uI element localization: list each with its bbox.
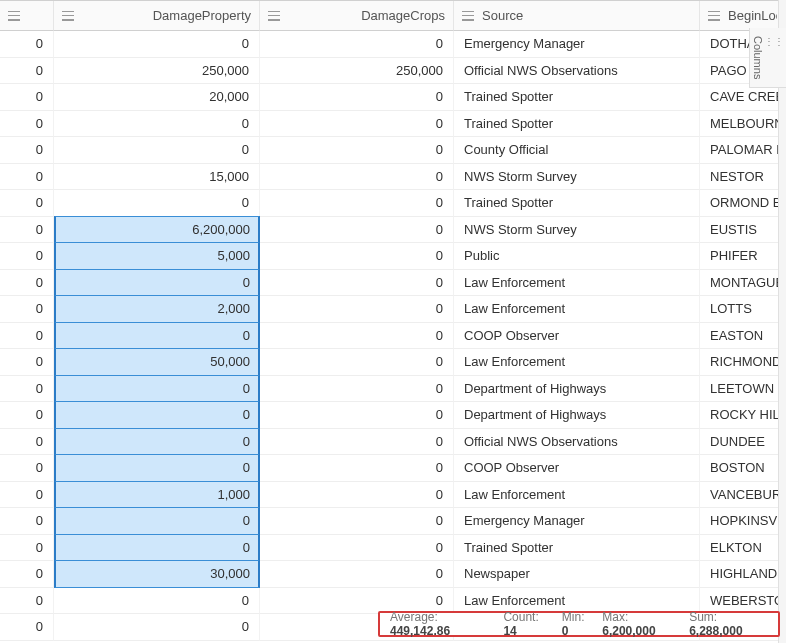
cell-rows-5-src[interactable]: NWS Storm Survey — [454, 164, 700, 191]
column-header-damageCrops[interactable]: DamageCrops — [260, 1, 454, 31]
cell-rows-6-dc[interactable]: 0 — [260, 190, 454, 217]
cell-rows-8-src[interactable]: Public — [454, 243, 700, 270]
cell-rows-4-src[interactable]: County Official — [454, 137, 700, 164]
cell-rows-8-dp[interactable]: 5,000 — [54, 242, 260, 270]
cell-rows-19-dp[interactable]: 0 — [54, 534, 260, 562]
cell-rows-10-dp[interactable]: 2,000 — [54, 295, 260, 323]
cell-rows-8-c0[interactable]: 0 — [0, 243, 54, 270]
cell-rows-6-loc[interactable]: ORMOND BEACH — [700, 190, 786, 217]
cell-rows-13-dc[interactable]: 0 — [260, 376, 454, 403]
cell-rows-3-loc[interactable]: MELBOURNE BEACH — [700, 111, 786, 138]
cell-rows-12-src[interactable]: Law Enforcement — [454, 349, 700, 376]
cell-rows-12-loc[interactable]: RICHMOND — [700, 349, 786, 376]
cell-rows-15-dp[interactable]: 0 — [54, 428, 260, 456]
cell-rows-14-c0[interactable]: 0 — [0, 402, 54, 429]
cell-rows-19-dc[interactable]: 0 — [260, 535, 454, 562]
cell-rows-20-dp[interactable]: 30,000 — [54, 560, 260, 588]
cell-rows-4-loc[interactable]: PALOMAR MTN — [700, 137, 786, 164]
cell-rows-11-dp[interactable]: 0 — [54, 322, 260, 350]
column-menu-icon[interactable] — [8, 11, 20, 21]
cell-rows-21-c0[interactable]: 0 — [0, 588, 54, 615]
cell-rows-16-loc[interactable]: BOSTON — [700, 455, 786, 482]
cell-rows-1-dp[interactable]: 250,000 — [54, 58, 260, 85]
cell-rows-6-src[interactable]: Trained Spotter — [454, 190, 700, 217]
cell-rows-5-dp[interactable]: 15,000 — [54, 164, 260, 191]
cell-rows-13-src[interactable]: Department of Highways — [454, 376, 700, 403]
cell-rows-12-dc[interactable]: 0 — [260, 349, 454, 376]
cell-rows-0-dp[interactable]: 0 — [54, 31, 260, 58]
cell-rows-14-src[interactable]: Department of Highways — [454, 402, 700, 429]
cell-rows-19-src[interactable]: Trained Spotter — [454, 535, 700, 562]
cell-rows-16-dp[interactable]: 0 — [54, 454, 260, 482]
cell-rows-17-c0[interactable]: 0 — [0, 482, 54, 509]
cell-rows-5-c0[interactable]: 0 — [0, 164, 54, 191]
cell-rows-19-c0[interactable]: 0 — [0, 535, 54, 562]
cell-rows-9-src[interactable]: Law Enforcement — [454, 270, 700, 297]
cell-rows-8-dc[interactable]: 0 — [260, 243, 454, 270]
cell-rows-17-dp[interactable]: 1,000 — [54, 481, 260, 509]
cell-rows-22-c0[interactable]: 0 — [0, 614, 54, 641]
cell-rows-8-loc[interactable]: PHIFER — [700, 243, 786, 270]
cell-rows-11-loc[interactable]: EASTON — [700, 323, 786, 350]
cell-rows-15-src[interactable]: Official NWS Observations — [454, 429, 700, 456]
cell-rows-20-loc[interactable]: HIGHLANDS — [700, 561, 786, 588]
cell-rows-12-dp[interactable]: 50,000 — [54, 348, 260, 376]
cell-rows-6-c0[interactable]: 0 — [0, 190, 54, 217]
cell-rows-7-c0[interactable]: 0 — [0, 217, 54, 244]
cell-rows-17-loc[interactable]: VANCEBURG — [700, 482, 786, 509]
cell-rows-2-c0[interactable]: 0 — [0, 84, 54, 111]
cell-rows-7-dp[interactable]: 6,200,000 — [54, 216, 260, 244]
cell-rows-3-src[interactable]: Trained Spotter — [454, 111, 700, 138]
cell-rows-13-c0[interactable]: 0 — [0, 376, 54, 403]
cell-rows-7-dc[interactable]: 0 — [260, 217, 454, 244]
cell-rows-20-src[interactable]: Newspaper — [454, 561, 700, 588]
cell-rows-5-loc[interactable]: NESTOR — [700, 164, 786, 191]
cell-rows-11-c0[interactable]: 0 — [0, 323, 54, 350]
cell-rows-3-c0[interactable]: 0 — [0, 111, 54, 138]
cell-rows-13-dp[interactable]: 0 — [54, 375, 260, 403]
cell-rows-16-c0[interactable]: 0 — [0, 455, 54, 482]
cell-rows-3-dc[interactable]: 0 — [260, 111, 454, 138]
cell-rows-11-src[interactable]: COOP Observer — [454, 323, 700, 350]
cell-rows-2-src[interactable]: Trained Spotter — [454, 84, 700, 111]
data-grid[interactable]: DamagePropertyDamageCropsSourceBeginLoca… — [0, 0, 786, 641]
cell-rows-10-src[interactable]: Law Enforcement — [454, 296, 700, 323]
cell-rows-4-dp[interactable]: 0 — [54, 137, 260, 164]
cell-rows-18-loc[interactable]: HOPKINSVILLE A — [700, 508, 786, 535]
cell-rows-9-dp[interactable]: 0 — [54, 269, 260, 297]
cell-rows-21-dp[interactable]: 0 — [54, 588, 260, 615]
column-menu-icon[interactable] — [462, 11, 474, 21]
column-menu-icon[interactable] — [708, 11, 720, 21]
cell-rows-3-dp[interactable]: 0 — [54, 111, 260, 138]
column-menu-icon[interactable] — [62, 11, 74, 21]
cell-rows-4-dc[interactable]: 0 — [260, 137, 454, 164]
column-header-damageProperty[interactable]: DamageProperty — [54, 1, 260, 31]
cell-rows-2-dc[interactable]: 0 — [260, 84, 454, 111]
cell-rows-9-c0[interactable]: 0 — [0, 270, 54, 297]
column-header-col0[interactable] — [0, 1, 54, 31]
cell-rows-10-dc[interactable]: 0 — [260, 296, 454, 323]
cell-rows-18-src[interactable]: Emergency Manager — [454, 508, 700, 535]
cell-rows-18-dp[interactable]: 0 — [54, 507, 260, 535]
cell-rows-6-dp[interactable]: 0 — [54, 190, 260, 217]
cell-rows-17-dc[interactable]: 0 — [260, 482, 454, 509]
cell-rows-13-loc[interactable]: LEETOWN — [700, 376, 786, 403]
cell-rows-1-c0[interactable]: 0 — [0, 58, 54, 85]
cell-rows-14-dc[interactable]: 0 — [260, 402, 454, 429]
cell-rows-10-c0[interactable]: 0 — [0, 296, 54, 323]
cell-rows-7-src[interactable]: NWS Storm Survey — [454, 217, 700, 244]
cell-rows-12-c0[interactable]: 0 — [0, 349, 54, 376]
cell-rows-20-dc[interactable]: 0 — [260, 561, 454, 588]
cell-rows-10-loc[interactable]: LOTTS — [700, 296, 786, 323]
cell-rows-15-dc[interactable]: 0 — [260, 429, 454, 456]
cell-rows-14-loc[interactable]: ROCKY HILL — [700, 402, 786, 429]
cell-rows-14-dp[interactable]: 0 — [54, 401, 260, 429]
column-header-source[interactable]: Source — [454, 1, 700, 31]
cell-rows-22-dp[interactable]: 0 — [54, 614, 260, 641]
cell-rows-0-src[interactable]: Emergency Manager — [454, 31, 700, 58]
cell-rows-18-dc[interactable]: 0 — [260, 508, 454, 535]
cell-rows-16-dc[interactable]: 0 — [260, 455, 454, 482]
cell-rows-18-c0[interactable]: 0 — [0, 508, 54, 535]
cell-rows-4-c0[interactable]: 0 — [0, 137, 54, 164]
cell-rows-1-src[interactable]: Official NWS Observations — [454, 58, 700, 85]
